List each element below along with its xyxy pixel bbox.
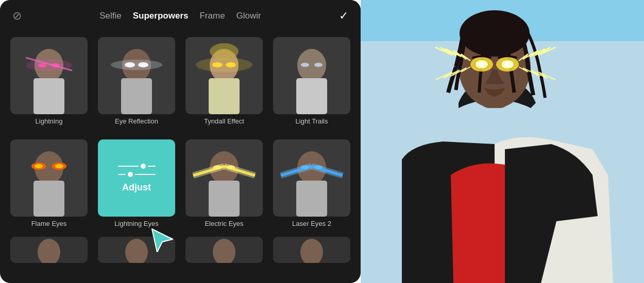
effect-eye-reflection[interactable]: Eye Reflection <box>93 34 180 128</box>
bottom-item-4[interactable] <box>268 237 355 263</box>
svg-point-23 <box>301 63 309 67</box>
svg-point-77 <box>505 62 510 66</box>
svg-rect-43 <box>296 181 327 217</box>
svg-rect-15 <box>209 78 240 114</box>
effect-tyndall-thumb <box>185 37 263 114</box>
nav-items: Selfie Superpowers Frame Glowir <box>22 11 339 21</box>
svg-point-30 <box>35 164 43 168</box>
svg-point-18 <box>196 58 252 72</box>
effect-lightning-label: Lightning <box>36 117 63 125</box>
svg-rect-27 <box>33 181 64 217</box>
effects-grid-row1: Lightning Eye Reflection <box>0 30 361 132</box>
bottom-item-3[interactable] <box>180 237 268 263</box>
top-nav: ⊘ Selfie Superpowers Frame Glowir ✓ <box>0 0 361 30</box>
adjust-line-1 <box>118 164 156 169</box>
effect-light-trails-thumb <box>273 37 350 114</box>
adjust-label: Adjust <box>122 182 151 193</box>
nav-selfie[interactable]: Selfie <box>99 11 122 21</box>
bottom-thumb-4 <box>273 237 350 263</box>
effect-eye-reflection-label: Eye Reflection <box>115 117 158 125</box>
nav-glowin[interactable]: Glowir <box>236 11 261 21</box>
adjust-circle-1 <box>141 164 146 169</box>
svg-point-76 <box>479 62 484 66</box>
adjust-icon <box>118 164 156 177</box>
right-panel <box>361 0 644 283</box>
adjust-bar-2 <box>148 166 156 167</box>
svg-point-24 <box>314 63 323 67</box>
effects-grid-row2: Flame Eyes <box>0 132 361 235</box>
effect-tyndall-label: Tyndall Effect <box>204 117 244 125</box>
effect-electric-eyes-thumb <box>185 139 263 217</box>
svg-rect-22 <box>296 78 327 114</box>
confirm-button[interactable]: ✓ <box>339 9 348 23</box>
svg-rect-2 <box>33 78 64 114</box>
effect-light-trails[interactable]: Light Trails <box>268 34 355 128</box>
svg-point-31 <box>55 164 63 168</box>
adjust-bar-3 <box>118 174 126 175</box>
cursor-arrow <box>149 226 175 252</box>
effect-lightning-eyes[interactable]: Adjust Lightning Eyes <box>93 136 180 231</box>
effect-flame-eyes-label: Flame Eyes <box>31 220 67 227</box>
adjust-line-2 <box>118 172 156 177</box>
effect-flame-eyes[interactable]: Flame Eyes <box>5 136 93 231</box>
nav-superpowers[interactable]: Superpowers <box>133 11 189 21</box>
nav-frame[interactable]: Frame <box>199 11 225 21</box>
adjust-bar-4 <box>135 174 156 175</box>
effect-tyndall[interactable]: Tyndall Effect <box>180 34 268 128</box>
svg-rect-34 <box>209 181 240 217</box>
effect-electric-eyes[interactable]: Electric Eyes <box>180 136 268 231</box>
effect-laser-eyes-2[interactable]: Laser Eyes 2 <box>268 136 355 231</box>
svg-point-6 <box>26 59 72 72</box>
svg-point-67 <box>460 10 530 57</box>
effect-light-trails-label: Light Trails <box>296 117 328 125</box>
photo-background <box>361 0 644 283</box>
bottom-thumb-3 <box>185 237 263 263</box>
effect-lightning-thumb <box>10 37 88 114</box>
effect-lightning-eyes-thumb: Adjust <box>98 139 175 217</box>
effect-eye-reflection-thumb <box>98 37 175 114</box>
svg-rect-9 <box>121 78 152 114</box>
effect-electric-eyes-label: Electric Eyes <box>205 220 243 227</box>
svg-point-19 <box>210 43 239 60</box>
effect-laser-eyes-2-thumb <box>273 139 350 217</box>
effect-laser-eyes-2-label: Laser Eyes 2 <box>292 220 331 227</box>
svg-marker-62 <box>152 229 173 252</box>
bottom-item-1[interactable] <box>5 237 93 263</box>
effect-flame-eyes-thumb <box>10 139 88 217</box>
svg-point-12 <box>111 60 162 70</box>
adjust-circle-2 <box>128 172 133 177</box>
left-panel: ⊘ Selfie Superpowers Frame Glowir ✓ <box>0 0 361 283</box>
adjust-bar-1 <box>118 166 139 167</box>
bottom-partial-row <box>0 235 361 263</box>
cancel-button[interactable]: ⊘ <box>12 9 22 23</box>
effect-lightning[interactable]: Lightning <box>5 34 93 128</box>
bottom-thumb-1 <box>10 237 88 263</box>
